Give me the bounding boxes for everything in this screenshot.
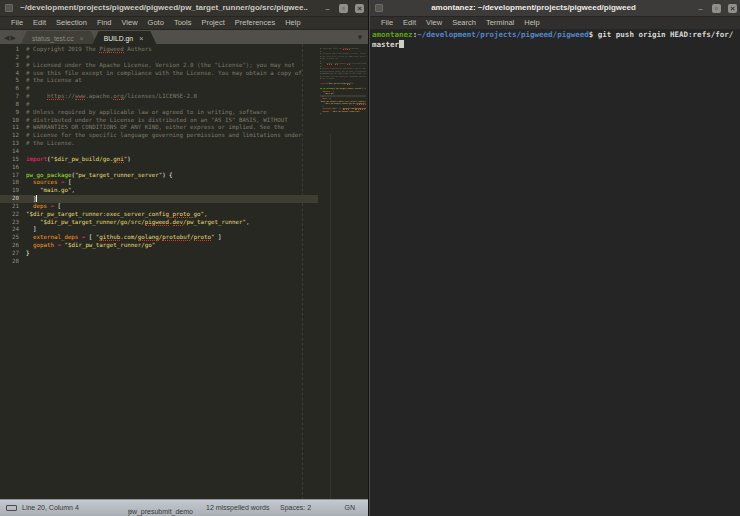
line-number: 10 — [0, 117, 26, 125]
code-line[interactable]: 17pw_go_package("pw_target_runner_server… — [0, 172, 318, 180]
code-line[interactable]: 2# — [0, 54, 318, 62]
line-number: 20 — [0, 195, 26, 203]
line-content — [320, 115, 366, 118]
code-line[interactable]: 20 ] — [0, 195, 318, 203]
tab-close-icon[interactable]: × — [80, 35, 84, 42]
line-content: # distributed under the License is distr… — [26, 117, 318, 125]
line-number: 8 — [0, 101, 26, 109]
code-lines[interactable]: 1# Copyright 2019 The Pigweed Authors2#3… — [0, 46, 318, 266]
code-editor[interactable]: 1# Copyright 2019 The Pigweed Authors2#3… — [0, 44, 368, 500]
line-content: # License for the specific language gove… — [26, 132, 318, 140]
terminal-screen[interactable]: amontanez:~/development/projects/pigweed… — [370, 29, 740, 516]
editor-titlebar[interactable]: ~/development/projects/pigweed/pigweed/p… — [0, 0, 368, 17]
line-number: 23 — [0, 219, 26, 227]
tab-BUILD.gn[interactable]: BUILD.gn× — [92, 31, 158, 46]
code-line[interactable]: 13# the License. — [0, 140, 318, 148]
line-number: 19 — [0, 187, 26, 195]
line-number: 16 — [0, 164, 26, 172]
code-line[interactable]: 4# use this file except in compliance wi… — [0, 70, 318, 78]
line-content: # — [26, 54, 318, 62]
line-number: 5 — [0, 77, 26, 85]
close-button[interactable]: × — [728, 4, 737, 13]
line-number: 14 — [0, 148, 26, 156]
terminal-menu-help[interactable]: Help — [519, 17, 544, 29]
menu-tools[interactable]: Tools — [169, 17, 197, 29]
tab-scroll-right-icon[interactable]: ▶ — [11, 34, 16, 42]
terminal-menu-view[interactable]: View — [421, 17, 447, 29]
terminal-menu-search[interactable]: Search — [447, 17, 481, 29]
line-number: 26 — [0, 242, 26, 250]
line-content: } — [26, 250, 318, 258]
code-line[interactable]: 23 "$dir_pw_target_runner/go/src/pigweed… — [0, 219, 318, 227]
code-line[interactable]: 8# — [0, 101, 318, 109]
window-menu-icon[interactable] — [375, 4, 383, 12]
code-line[interactable]: 27} — [0, 250, 318, 258]
menu-find[interactable]: Find — [92, 17, 117, 29]
terminal-window: amontanez: ~/development/projects/pigwee… — [369, 0, 740, 516]
code-line[interactable]: 28 — [0, 258, 318, 266]
code-line[interactable]: 18 sources = [ — [0, 179, 318, 187]
spellcheck-status[interactable]: 12 misspelled words — [206, 504, 269, 511]
terminal-menu-edit[interactable]: Edit — [398, 17, 421, 29]
code-line[interactable]: 3# Licensed under the Apache License, Ve… — [0, 62, 318, 70]
code-line[interactable]: 19 "main.go", — [0, 187, 318, 195]
line-content: # — [26, 85, 318, 93]
menu-preferences[interactable]: Preferences — [230, 17, 280, 29]
syntax-selector[interactable]: GN — [345, 504, 356, 511]
cursor-position: Line 20, Column 4 — [22, 504, 79, 511]
prompt-dollar: $ — [589, 30, 598, 39]
tab-overflow-icon[interactable]: ▼ — [356, 34, 364, 42]
menu-project[interactable]: Project — [196, 17, 229, 29]
code-line[interactable] — [320, 115, 366, 118]
code-line[interactable]: 24 ] — [0, 226, 318, 234]
line-content: # https://www.apache.org/licenses/LICENS… — [26, 93, 318, 101]
close-button[interactable]: × — [355, 4, 364, 13]
menu-goto[interactable]: Goto — [143, 17, 169, 29]
terminal-titlebar[interactable]: amontanez: ~/development/projects/pigwee… — [370, 0, 740, 17]
line-content: ] — [26, 195, 318, 203]
tab-scroll-left-icon[interactable]: ◀ — [4, 34, 9, 42]
line-number: 17 — [0, 172, 26, 180]
editor-menubar: FileEditSelectionFindViewGotoToolsProjec… — [0, 17, 368, 30]
terminal-menu-file[interactable]: File — [376, 17, 398, 29]
code-line[interactable]: 16 — [0, 164, 318, 172]
line-content: gopath = "$dir_pw_target_runner/go" — [26, 242, 318, 250]
minimap-border — [330, 134, 331, 500]
code-line[interactable]: 5# the License at — [0, 77, 318, 85]
indentation-status[interactable]: Spaces: 2 — [280, 504, 311, 511]
code-line[interactable]: 14 — [0, 148, 318, 156]
minimap[interactable]: # Copyright 2019 The Pigweed Authors## L… — [320, 47, 366, 117]
code-line[interactable]: 12# License for the specific language go… — [0, 132, 318, 140]
panel-toggle-icon[interactable] — [6, 505, 17, 511]
code-line[interactable]: 22"$dir_pw_target_runner:exec_server_con… — [0, 211, 318, 219]
code-line[interactable]: 1# Copyright 2019 The Pigweed Authors — [0, 46, 318, 54]
line-content — [26, 164, 318, 172]
code-line[interactable]: 21 deps = [ — [0, 203, 318, 211]
code-line[interactable]: 10# distributed under the License is dis… — [0, 117, 318, 125]
maximize-button[interactable]: ▫ — [339, 4, 348, 13]
terminal-menu-terminal[interactable]: Terminal — [481, 17, 519, 29]
code-line[interactable]: 25 external_deps = [ "github.com/golang/… — [0, 234, 318, 242]
menu-edit[interactable]: Edit — [28, 17, 51, 29]
menu-file[interactable]: File — [6, 17, 28, 29]
code-line[interactable]: 15import("$dir_pw_build/go.gni") — [0, 156, 318, 164]
shell-prompt: amontanez:~/development/projects/pigweed… — [370, 29, 734, 49]
minimize-button[interactable]: – — [323, 4, 332, 13]
text-cursor — [36, 195, 37, 202]
code-line[interactable]: 9# Unless required by applicable law or … — [0, 109, 318, 117]
maximize-button[interactable]: ▫ — [712, 4, 721, 13]
line-content: # Unless required by applicable law or a… — [26, 109, 318, 117]
menu-view[interactable]: View — [116, 17, 142, 29]
prompt-path: ~/development/projects/pigweed/pigweed — [417, 30, 589, 39]
window-menu-icon[interactable] — [5, 4, 13, 12]
line-content: # Licensed under the Apache License, Ver… — [26, 62, 318, 70]
code-line[interactable]: 11# WARRANTIES OR CONDITIONS OF ANY KIND… — [0, 124, 318, 132]
code-line[interactable]: 6# — [0, 85, 318, 93]
menu-help[interactable]: Help — [280, 17, 305, 29]
menu-selection[interactable]: Selection — [51, 17, 92, 29]
code-line[interactable]: 26 gopath = "$dir_pw_target_runner/go" — [0, 242, 318, 250]
line-number: 24 — [0, 226, 26, 234]
code-line[interactable]: 7# https://www.apache.org/licenses/LICEN… — [0, 93, 318, 101]
minimize-button[interactable]: – — [696, 4, 705, 13]
tab-close-icon[interactable]: × — [139, 35, 143, 42]
